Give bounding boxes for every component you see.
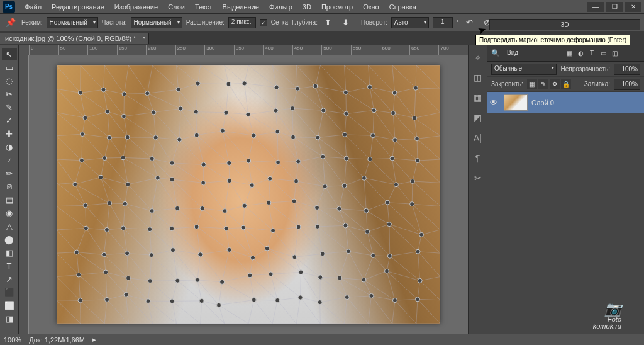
maximize-button[interactable]: ❐ [606, 2, 623, 12]
stamp-tool[interactable]: ◑ [2, 140, 17, 153]
collapsed-panels: ⟐ ◫ ▦ ◩ A| ¶ ✂ [468, 45, 487, 334]
fill-label: Заливка: [584, 81, 610, 88]
menu-view[interactable]: Просмотр [317, 2, 357, 12]
lock-label: Закрепить: [491, 81, 523, 88]
photo-content [57, 65, 440, 324]
depth-forward-icon[interactable]: ⬆ [321, 16, 335, 30]
menu-select[interactable]: Выделение [218, 2, 264, 12]
document-tab[interactable]: исходник.jpg @ 100% (Слой 0, RGB/8#) * × [0, 33, 149, 44]
mesh-checkbox[interactable]: ✓ [260, 19, 267, 26]
hand-tool[interactable]: ↗ [2, 273, 17, 285]
visibility-icon[interactable]: 👁 [490, 98, 500, 107]
blur-tool[interactable]: ▤ [2, 193, 17, 206]
fill-input[interactable]: 100% [614, 79, 640, 90]
zoom-level[interactable]: 100% [4, 336, 21, 344]
mode-dropdown[interactable]: Нормальный [47, 17, 98, 28]
adjustments-panel-icon[interactable]: ◩ [471, 111, 485, 125]
lasso-tool[interactable]: ◌ [2, 74, 17, 87]
watermark: 📷 Foto komok.ru [593, 302, 621, 330]
rotate-dropdown[interactable]: Авто [391, 17, 429, 28]
eraser-tool[interactable]: ✏ [2, 167, 17, 179]
menu-edit[interactable]: Редактирование [47, 2, 109, 12]
menu-file[interactable]: Файл [20, 2, 46, 12]
layer-row[interactable]: 👁 Слой 0 [487, 92, 644, 113]
history-brush-tool[interactable]: ⟋ [2, 154, 17, 166]
ruler-vertical[interactable] [19, 55, 29, 334]
expansion-label: Расширение: [186, 19, 225, 26]
menu-text[interactable]: Текст [191, 2, 217, 12]
path-select-tool[interactable]: ◧ [2, 246, 17, 259]
type-tool[interactable]: ⬤ [2, 233, 17, 246]
opacity-input[interactable]: 100% [614, 64, 640, 75]
lock-pixels-icon[interactable]: ✎ [538, 79, 548, 89]
menu-image[interactable]: Изображение [110, 2, 162, 12]
doc-size[interactable]: Док: 1,22M/1,66M [29, 336, 85, 344]
lock-position-icon[interactable]: ✥ [550, 79, 560, 89]
window-controls: — ❐ ✕ [587, 2, 641, 12]
character-panel-icon[interactable]: A| [471, 131, 485, 145]
expansion-input[interactable]: 2 пикс. [228, 17, 256, 28]
depth-label: Глубина: [292, 19, 318, 26]
brush-tool[interactable]: ✚ [2, 127, 17, 140]
layer-filter-dropdown[interactable]: Вид [504, 48, 560, 59]
minimize-button[interactable]: — [587, 2, 604, 12]
separator [357, 16, 357, 29]
density-label: Частота: [102, 19, 127, 26]
close-button[interactable]: ✕ [625, 2, 641, 12]
layer-thumbnail[interactable] [504, 94, 528, 111]
status-arrow-icon[interactable]: ▸ [92, 336, 96, 344]
degree-label: ° [457, 20, 459, 26]
filter-smart-icon[interactable]: ◫ [609, 48, 619, 59]
menu-help[interactable]: Справка [385, 2, 421, 12]
pin-icon[interactable]: 📌 [4, 16, 18, 30]
menu-bar: Файл Редактирование Изображение Слои Тек… [20, 2, 421, 12]
reset-icon[interactable]: ↶ [462, 16, 476, 30]
lock-transparent-icon[interactable]: ▦ [527, 79, 537, 89]
angle-input[interactable]: 1 [433, 17, 453, 28]
lock-icons: ▦ ✎ ✥ 🔒 [527, 79, 571, 89]
document-canvas[interactable] [57, 65, 440, 324]
gradient-tool[interactable]: ⎚ [2, 180, 17, 193]
layers-list: 👁 Слой 0 [487, 92, 644, 334]
menu-3d[interactable]: 3D [298, 2, 316, 12]
pen-tool[interactable]: △ [2, 220, 17, 232]
actions-panel-icon[interactable]: ◫ [471, 71, 485, 84]
mesh-label: Сетка [271, 19, 288, 26]
lock-row: Закрепить: ▦ ✎ ✥ 🔒 Заливка: 100% [487, 77, 644, 92]
filter-adjust-icon[interactable]: ◐ [575, 48, 586, 59]
zoom-tool[interactable]: ⬛ [2, 286, 17, 298]
workspace-dropdown[interactable]: 3D [489, 19, 640, 30]
properties-panel-icon[interactable]: ▦ [471, 91, 485, 105]
scissors-panel-icon[interactable]: ✂ [471, 171, 485, 185]
move-tool[interactable]: ↖ [2, 48, 17, 60]
title-bar: Ps Файл Редактирование Изображение Слои … [0, 0, 644, 14]
filter-pixel-icon[interactable]: ▦ [564, 48, 574, 59]
document-title: исходник.jpg @ 100% (Слой 0, RGB/8#) * [5, 35, 136, 42]
blend-mode-dropdown[interactable]: Обычные [491, 64, 557, 75]
filter-type-icon[interactable]: T [587, 48, 597, 59]
filter-icons: ▦ ◐ T ▭ ◫ [564, 48, 619, 59]
depth-back-icon[interactable]: ⬇ [339, 16, 353, 30]
menu-filter[interactable]: Фильтр [265, 2, 297, 12]
layer-name[interactable]: Слой 0 [531, 99, 554, 106]
shape-tool[interactable]: T [2, 259, 17, 272]
canvas-viewport[interactable] [29, 55, 468, 334]
history-panel-icon[interactable]: ⟐ [471, 50, 485, 64]
eyedropper-tool[interactable]: ✎ [2, 101, 17, 113]
paragraph-panel-icon[interactable]: ¶ [471, 151, 485, 165]
filter-shape-icon[interactable]: ▭ [598, 48, 608, 59]
dodge-tool[interactable]: ◉ [2, 206, 17, 219]
menu-window[interactable]: Окно [358, 2, 384, 12]
ruler-horizontal[interactable]: 050 100150 200250 300350 400450 500550 6… [29, 45, 468, 55]
lock-all-icon[interactable]: 🔒 [561, 79, 571, 89]
color-swatch[interactable]: ⬜ [2, 299, 17, 312]
quickmask-tool[interactable]: ◨ [2, 312, 17, 325]
density-dropdown[interactable]: Нормальный [131, 17, 182, 28]
crop-tool[interactable]: ✂ [2, 88, 17, 100]
close-tab-icon[interactable]: × [142, 35, 145, 41]
marquee-tool[interactable]: ▭ [2, 61, 17, 74]
rotate-label: Поворот: [361, 19, 387, 26]
menu-layers[interactable]: Слои [164, 2, 189, 12]
layers-panel: 🔍 Вид ▦ ◐ T ▭ ◫ Обычные Непрозрачность: … [487, 45, 644, 334]
healing-tool[interactable]: ✓ [2, 114, 17, 127]
